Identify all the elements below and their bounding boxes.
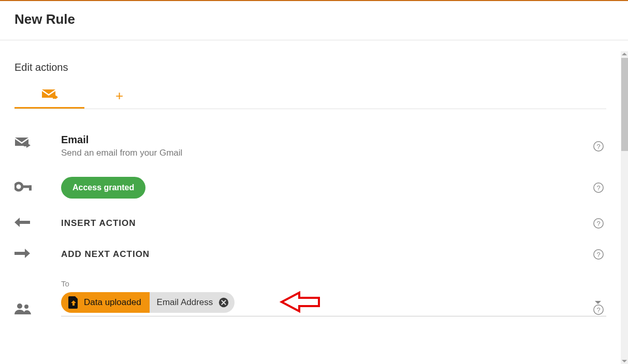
insert-action-label: INSERT ACTION [61, 218, 136, 228]
svg-text:?: ? [596, 306, 600, 314]
access-row: Access granted ? [14, 168, 606, 208]
to-chip[interactable]: Data uploaded Email Address [61, 292, 235, 313]
close-circle-icon[interactable] [218, 297, 229, 308]
svg-text:?: ? [596, 251, 600, 259]
email-action-tab[interactable] [14, 83, 84, 109]
to-row: To Data uploaded [14, 270, 606, 316]
mail-forward-icon [41, 89, 58, 101]
content-area: Edit actions + [0, 51, 621, 364]
to-chip-source-label: Data uploaded [84, 297, 141, 308]
help-icon[interactable]: ? [593, 304, 604, 315]
people-icon [14, 303, 31, 316]
add-next-action-row[interactable]: ADD NEXT ACTION ? [14, 239, 606, 270]
svg-rect-4 [29, 186, 32, 191]
arrow-right-icon [14, 248, 30, 261]
svg-point-12 [24, 305, 28, 309]
svg-text:?: ? [596, 142, 600, 150]
key-icon [14, 181, 32, 194]
file-upload-icon [68, 296, 79, 309]
to-chip-attr-label: Email Address [157, 297, 213, 308]
access-granted-pill[interactable]: Access granted [61, 177, 145, 199]
to-field-label: To [61, 279, 606, 288]
mail-forward-icon [14, 136, 32, 151]
help-icon[interactable]: ? [593, 182, 604, 193]
to-field-input[interactable]: Data uploaded Email Address [61, 292, 606, 316]
scroll-thumb[interactable] [621, 58, 628, 151]
page-title: New Rule [0, 1, 628, 40]
svg-text:?: ? [596, 184, 600, 192]
svg-point-11 [17, 304, 22, 309]
vertical-scrollbar[interactable] [621, 51, 628, 364]
to-chip-attr: Email Address [150, 292, 235, 313]
arrow-left-icon [14, 217, 30, 230]
action-tabs: + [14, 83, 606, 109]
svg-point-2 [15, 183, 22, 190]
email-row-title: Email [61, 134, 606, 146]
add-next-action-label: ADD NEXT ACTION [61, 249, 150, 259]
email-row-subtitle: Send an email from your Gmail [61, 148, 606, 158]
help-icon[interactable]: ? [593, 249, 604, 260]
section-title: Edit actions [14, 62, 606, 73]
insert-action-row[interactable]: INSERT ACTION ? [14, 208, 606, 239]
svg-text:?: ? [596, 220, 600, 228]
to-chip-source: Data uploaded [61, 292, 150, 313]
email-row: Email Send an email from your Gmail ? [14, 125, 606, 168]
add-action-tab[interactable]: + [84, 83, 154, 109]
scroll-down-arrow-icon[interactable] [622, 360, 627, 362]
help-icon[interactable]: ? [593, 141, 604, 152]
plus-icon: + [115, 89, 123, 102]
scroll-up-arrow-icon[interactable] [622, 53, 627, 55]
header-divider [0, 40, 628, 40]
help-icon[interactable]: ? [593, 218, 604, 229]
